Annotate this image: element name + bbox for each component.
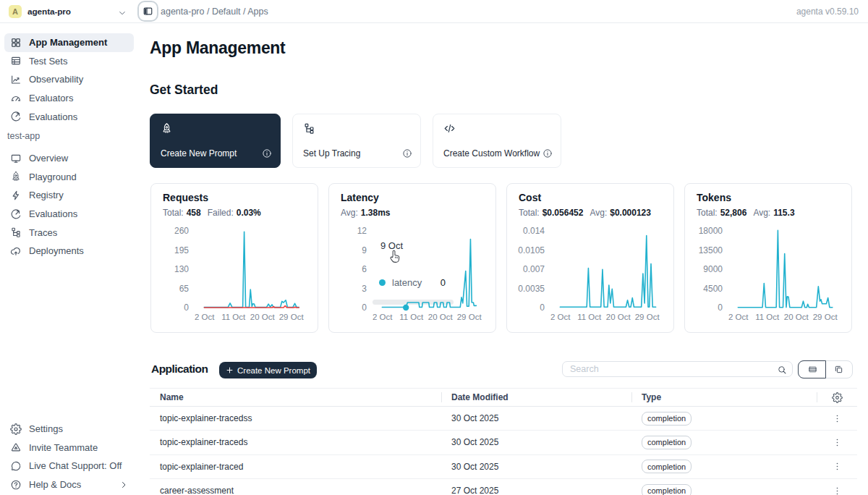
cell-name: topic-explainer-tracedss — [150, 407, 441, 430]
sidebar-item-label: Playground — [29, 172, 77, 182]
x-axis-label: 2 Oct — [373, 313, 392, 321]
sidebar-collapse-icon[interactable] — [142, 6, 153, 17]
x-axis-label: 29 Oct — [279, 313, 304, 321]
row-menu-button[interactable] — [817, 479, 857, 495]
sidebar-item-registry[interactable]: Registry — [4, 186, 134, 205]
sidebar-bottom-nav: SettingsInvite TeammateLive Chat Support… — [0, 420, 134, 494]
cell-type: completion — [631, 479, 817, 495]
start-card-create-custom-workflow[interactable]: Create Custom Workflow — [433, 114, 561, 168]
org-switcher[interactable]: A agenta-pro — [9, 0, 71, 23]
sidebar-item-traces[interactable]: Traces — [4, 223, 134, 242]
sidebar-item-evaluations[interactable]: Evaluations — [4, 107, 134, 126]
y-axis-label: 9 — [335, 246, 367, 255]
tree-structure-icon — [303, 122, 315, 135]
create-new-prompt-label: Create New Prompt — [237, 366, 310, 375]
tooltip-series-dot — [379, 279, 386, 286]
row-menu-button[interactable] — [817, 407, 857, 430]
y-axis-label: 9000 — [691, 265, 723, 274]
start-card-create-new-prompt[interactable]: Create New Prompt — [150, 114, 281, 168]
sidebar-item-label: Help & Docs — [29, 479, 81, 490]
sidebar-item-playground[interactable]: Playground — [4, 168, 134, 187]
chart-plot-tokens[interactable] — [727, 231, 843, 308]
y-axis-label: 0 — [157, 303, 189, 312]
column-header-type[interactable]: Type — [631, 389, 817, 406]
sidebar-item-invite-teammate[interactable]: Invite Teammate — [4, 439, 134, 457]
desktop-icon — [10, 153, 22, 164]
lightning-icon — [10, 190, 22, 201]
stat-label: Total: — [697, 208, 718, 218]
dots-vertical-icon — [832, 486, 843, 495]
table-row[interactable]: topic-explainer-traceds30 Oct 2025comple… — [150, 431, 857, 454]
stat-label: Total: — [519, 208, 540, 218]
sidebar-item-live-chat-support-off[interactable]: Live Chat Support: Off — [4, 457, 134, 475]
type-badge: completion — [642, 484, 692, 495]
create-new-prompt-button[interactable]: Create New Prompt — [219, 362, 317, 378]
start-card-label: Create Custom Workflow — [443, 148, 540, 158]
cell-name: topic-explainer-traceds — [150, 431, 441, 454]
x-axis-label: 2 Oct — [728, 313, 748, 321]
circle-arrow-icon — [10, 111, 22, 122]
x-axis-label: 20 Oct — [250, 313, 275, 321]
row-menu-button[interactable] — [817, 431, 857, 454]
stat-pair: Avg:$0.000123 — [590, 208, 651, 218]
chart-hover-dot — [403, 305, 409, 310]
sidebar-item-settings[interactable]: Settings — [4, 420, 134, 439]
circle-arrow-icon — [10, 208, 22, 220]
table-row[interactable]: career-assessment27 Oct 2025completion — [150, 479, 857, 495]
sidebar-item-deployments[interactable]: Deployments — [4, 242, 134, 261]
cell-date-modified: 30 Oct 2025 — [441, 407, 631, 430]
chevron-down-icon[interactable] — [118, 7, 127, 16]
sidebar-item-app-management[interactable]: App Management — [4, 33, 134, 52]
stat-value: $0.000123 — [610, 208, 651, 218]
cell-date-modified: 27 Oct 2025 — [441, 479, 631, 495]
start-card-row: Create Custom Workflow — [443, 147, 553, 159]
info-icon[interactable] — [262, 148, 272, 158]
chart-tooltip: 9 Oct latency 0 — [370, 232, 456, 295]
sidebar-item-label: Settings — [29, 423, 63, 434]
sidebar-item-help-docs[interactable]: Help & Docs — [4, 475, 134, 494]
stat-cards: RequestsTotal:458Failed:0.03%26019513065… — [150, 183, 852, 333]
gauge-icon — [10, 93, 22, 104]
sidebar-item-evaluations[interactable]: Evaluations — [4, 205, 134, 224]
card-view-button[interactable] — [825, 361, 852, 378]
tree-structure-icon — [10, 227, 22, 238]
stat-label: Avg: — [753, 208, 770, 218]
applications-table: Name Date Modified Type topic-explainer-… — [150, 388, 857, 495]
sidebar-section-label: test-app — [7, 131, 40, 141]
type-badge: completion — [642, 436, 692, 449]
chart-series-requests — [204, 232, 299, 307]
table-row[interactable]: topic-explainer-tracedss30 Oct 2025compl… — [150, 407, 857, 431]
column-header-date-modified[interactable]: Date Modified — [441, 389, 631, 406]
table-header-row: Name Date Modified Type — [150, 388, 857, 407]
chart-plot-cost[interactable] — [549, 231, 665, 308]
x-axis-label: 20 Oct — [784, 313, 809, 321]
sidebar-item-evaluators[interactable]: Evaluators — [4, 89, 134, 108]
y-axis-label: 260 — [157, 227, 189, 235]
column-settings-button[interactable] — [817, 389, 857, 406]
stat-pair: Avg:115.3 — [753, 208, 794, 218]
info-icon[interactable] — [402, 148, 412, 158]
sidebar-item-overview[interactable]: Overview — [4, 149, 134, 168]
sidebar-item-test-sets[interactable]: Test Sets — [4, 52, 134, 71]
stat-label: Failed: — [208, 208, 234, 218]
table-row[interactable]: topic-explainer-traced30 Oct 2025complet… — [150, 455, 857, 479]
stat-value: $0.056452 — [542, 208, 584, 218]
type-badge: completion — [642, 460, 692, 473]
stat-pair: Failed:0.03% — [208, 208, 261, 218]
chart-plot-requests[interactable] — [193, 231, 309, 308]
dots-vertical-icon — [832, 461, 843, 472]
start-card-set-up-tracing[interactable]: Set Up Tracing — [292, 114, 421, 168]
search-input[interactable] — [563, 362, 792, 376]
x-axis-label: 29 Oct — [635, 313, 660, 321]
start-card-row: Create New Prompt — [161, 147, 272, 159]
search-icon[interactable] — [777, 365, 787, 375]
sidebar-collapse-wrap — [137, 1, 158, 22]
stat-pair: Total:$0.056452 — [519, 208, 583, 218]
sidebar-item-label: Overview — [29, 153, 68, 164]
cursor-pointer-icon — [389, 250, 400, 263]
column-header-name[interactable]: Name — [150, 389, 441, 406]
sidebar-item-observability[interactable]: Observability — [4, 70, 134, 89]
stat-card-requests: RequestsTotal:458Failed:0.03%26019513065… — [150, 183, 318, 333]
row-menu-button[interactable] — [817, 455, 857, 478]
info-icon[interactable] — [542, 148, 553, 158]
